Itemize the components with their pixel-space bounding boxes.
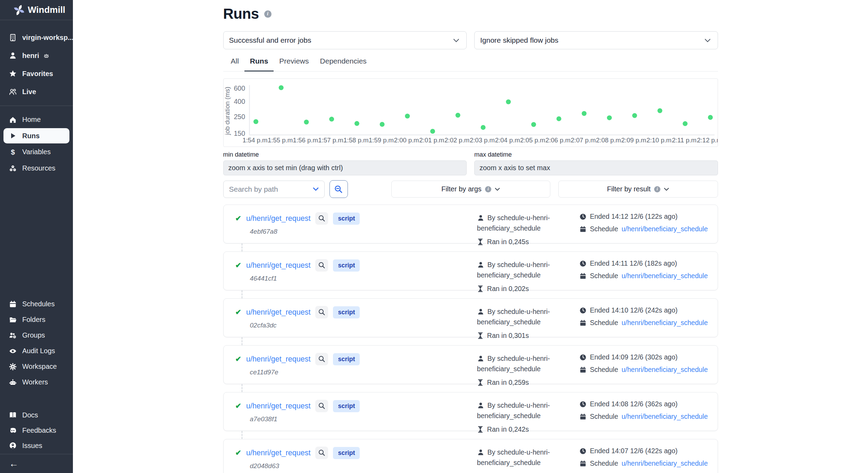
sidebar-item-workers[interactable]: Workers — [0, 374, 73, 390]
sidebar-item-home[interactable]: Home — [0, 111, 73, 128]
run-duration: Ran in 0,202s — [477, 285, 579, 293]
sidebar-item-favorites[interactable]: Favorites — [0, 65, 73, 83]
sidebar-item-workspace-settings[interactable]: Workspace — [0, 359, 73, 374]
run-kind-badge: script — [333, 213, 360, 225]
run-path-link[interactable]: u/henri/get_request — [246, 355, 310, 364]
svg-text:2:10 p.m.: 2:10 p.m. — [646, 136, 673, 144]
run-ended-at: Ended 14:09 12/6 (302s ago) — [579, 353, 708, 361]
groups-label: Groups — [22, 331, 45, 339]
svg-text:1:58 p.m.: 1:58 p.m. — [343, 136, 370, 144]
run-connector — [242, 431, 242, 439]
run-connector — [242, 243, 242, 251]
sidebar-item-issues[interactable]: Issues — [0, 438, 73, 453]
run-schedule: Schedule u/henri/beneficiary_schedule — [579, 366, 708, 374]
run-triggered-by: By schedule-u-henri-beneficiary_schedule — [477, 400, 570, 421]
schedule-path-link[interactable]: u/henri/beneficiary_schedule — [621, 459, 708, 467]
app-name: Windmill — [28, 5, 65, 15]
sidebar-item-docs[interactable]: Docs — [0, 407, 73, 423]
hourglass-icon — [477, 332, 484, 339]
run-card[interactable]: ✔ u/henri/get_request script d2048d63 By… — [223, 439, 718, 473]
run-card[interactable]: ✔ u/henri/get_request script 02cfa3dc By… — [223, 298, 718, 337]
run-triggered-by: By schedule-u-henri-beneficiary_schedule — [477, 353, 570, 374]
schedule-path-link[interactable]: u/henri/beneficiary_schedule — [621, 319, 708, 327]
schedule-path-link[interactable]: u/henri/beneficiary_schedule — [621, 225, 708, 233]
run-id: a7e038f1 — [250, 415, 477, 423]
run-triggered-by: By schedule-u-henri-beneficiary_schedule — [477, 447, 570, 468]
run-path-link[interactable]: u/henri/get_request — [246, 402, 310, 410]
sidebar-item-folders[interactable]: Folders — [0, 312, 73, 327]
run-inspect-button[interactable] — [315, 400, 328, 412]
run-inspect-button[interactable] — [315, 306, 328, 318]
tab-dependencies[interactable]: Dependencies — [315, 57, 372, 71]
clock-icon — [579, 307, 586, 314]
sidebar-item-variables[interactable]: $ Variables — [0, 144, 73, 160]
run-inspect-button[interactable] — [315, 353, 328, 365]
calendar-icon — [579, 320, 586, 326]
tab-previews[interactable]: Previews — [274, 57, 314, 71]
run-path-link[interactable]: u/henri/get_request — [246, 214, 310, 223]
collapse-sidebar-button[interactable]: ← — [0, 454, 73, 473]
run-id: 02cfa3dc — [250, 322, 477, 329]
tab-all[interactable]: All — [225, 57, 244, 71]
calendar-icon — [579, 366, 586, 373]
run-inspect-button[interactable] — [315, 212, 328, 225]
calendar-icon — [579, 273, 586, 280]
run-card[interactable]: ✔ u/henri/get_request script a7e038f1 By… — [223, 392, 718, 431]
sidebar-item-schedules[interactable]: Schedules — [0, 296, 73, 312]
workers-label: Workers — [22, 378, 48, 386]
left-arrow-icon: ← — [9, 458, 18, 469]
run-id: 4ebf67a8 — [250, 228, 477, 235]
sidebar-divider — [0, 106, 73, 106]
svg-text:400: 400 — [234, 98, 245, 105]
resources-icon — [9, 165, 17, 172]
svg-text:1:59 p.m.: 1:59 p.m. — [369, 136, 395, 144]
run-inspect-button[interactable] — [315, 447, 328, 459]
sidebar-item-user[interactable]: henri — [0, 47, 73, 65]
svg-text:1:56 p.m.: 1:56 p.m. — [293, 136, 319, 144]
sidebar-item-resources[interactable]: Resources — [0, 160, 73, 176]
max-datetime-input[interactable] — [474, 160, 718, 175]
hourglass-icon — [477, 285, 484, 292]
run-kind-badge: script — [333, 447, 360, 459]
sidebar-item-audit-logs[interactable]: Audit Logs — [0, 343, 73, 359]
magnifier-icon — [318, 402, 326, 410]
run-triggered-by: By schedule-u-henri-beneficiary_schedule — [477, 259, 570, 280]
workspace-name: virgin-worksp... — [22, 34, 74, 42]
run-card[interactable]: ✔ u/henri/get_request script 46441cf1 By… — [223, 251, 718, 290]
zoom-out-search-button[interactable] — [329, 180, 348, 198]
app-logo[interactable]: Windmill — [0, 0, 73, 20]
sidebar-item-groups[interactable]: Groups — [0, 327, 73, 343]
main-area: Runs i Successful and error jobs Ignore … — [73, 0, 868, 473]
run-inspect-button[interactable] — [315, 259, 328, 272]
info-icon[interactable]: i — [264, 10, 272, 18]
run-card[interactable]: ✔ u/henri/get_request script ce11d97e By… — [223, 345, 718, 384]
skipped-flow-filter-select[interactable]: Ignore skipped flow jobs — [474, 31, 718, 49]
run-path-link[interactable]: u/henri/get_request — [246, 308, 310, 317]
sidebar-item-workspace-switcher[interactable]: virgin-worksp... — [0, 28, 73, 47]
success-check-icon: ✔ — [235, 308, 242, 316]
run-ended-at: Ended 14:11 12/6 (182s ago) — [579, 259, 708, 267]
run-path-link[interactable]: u/henri/get_request — [246, 261, 310, 270]
run-path-link[interactable]: u/henri/get_request — [246, 449, 310, 457]
person-icon — [477, 449, 484, 456]
schedule-path-link[interactable]: u/henri/beneficiary_schedule — [621, 366, 708, 374]
home-icon — [9, 116, 17, 124]
filter-by-args-button[interactable]: Filter by args i — [391, 181, 550, 198]
run-card[interactable]: ✔ u/henri/get_request script 4ebf67a8 By… — [223, 205, 718, 243]
search-by-path-select[interactable]: Search by path — [223, 181, 325, 198]
sidebar-item-feedbacks[interactable]: Feedbacks — [0, 423, 73, 438]
job-completion-filter-select[interactable]: Successful and error jobs — [223, 31, 467, 49]
schedule-path-link[interactable]: u/henri/beneficiary_schedule — [621, 413, 708, 421]
sidebar-item-runs[interactable]: Runs — [3, 128, 69, 143]
tab-runs[interactable]: Runs — [244, 57, 274, 72]
calendar-icon — [579, 413, 586, 420]
schedule-path-link[interactable]: u/henri/beneficiary_schedule — [621, 272, 708, 280]
sidebar-item-live[interactable]: Live — [0, 83, 73, 101]
min-datetime-input[interactable] — [223, 160, 467, 175]
filter-by-result-button[interactable]: Filter by result i — [558, 181, 718, 198]
svg-text:2:12 p.m.: 2:12 p.m. — [697, 136, 718, 144]
workspace-label: Workspace — [22, 363, 57, 371]
svg-text:2:00 p.m.: 2:00 p.m. — [394, 136, 420, 144]
svg-text:2:06 p.m.: 2:06 p.m. — [545, 136, 572, 144]
job-duration-chart[interactable]: 600400250150job duration (ms)1:54 p.m.1:… — [223, 78, 718, 147]
